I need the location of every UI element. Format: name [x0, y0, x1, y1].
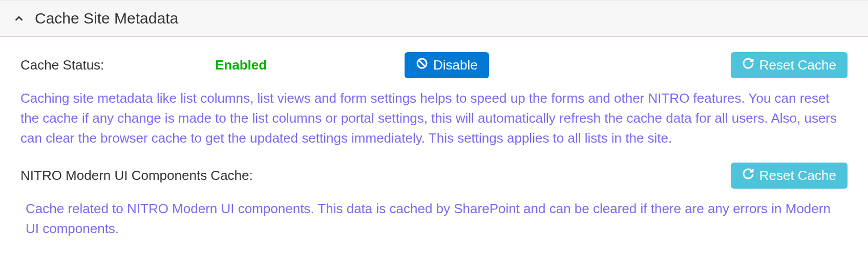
reset-modern-ui-cache-button[interactable]: Reset Cache — [731, 163, 848, 189]
cache-status-label: Cache Status: — [20, 57, 215, 73]
panel-body: Cache Status: Enabled Disable Reset Cach… — [0, 37, 868, 259]
modern-ui-description: Cache related to NITRO Modern UI compone… — [20, 199, 848, 239]
reset-modern-ui-cache-button-label: Reset Cache — [759, 168, 836, 184]
refresh-icon — [742, 57, 754, 73]
modern-ui-row: NITRO Modern UI Components Cache: Reset … — [20, 163, 848, 189]
panel-title: Cache Site Metadata — [35, 10, 178, 27]
cache-status-description: Caching site metadata like list columns,… — [20, 88, 848, 148]
reset-cache-button-label: Reset Cache — [759, 57, 836, 73]
chevron-up-icon[interactable] — [13, 13, 25, 24]
refresh-icon — [742, 168, 754, 184]
reset-cache-button[interactable]: Reset Cache — [731, 52, 848, 78]
disable-button[interactable]: Disable — [405, 52, 489, 78]
ban-icon — [416, 57, 428, 73]
panel-header[interactable]: Cache Site Metadata — [0, 0, 868, 37]
svg-line-1 — [419, 60, 426, 67]
modern-ui-label: NITRO Modern UI Components Cache: — [20, 168, 731, 184]
disable-button-label: Disable — [433, 57, 478, 73]
cache-status-value: Enabled — [215, 57, 405, 73]
cache-status-row: Cache Status: Enabled Disable Reset Cach… — [20, 52, 848, 78]
